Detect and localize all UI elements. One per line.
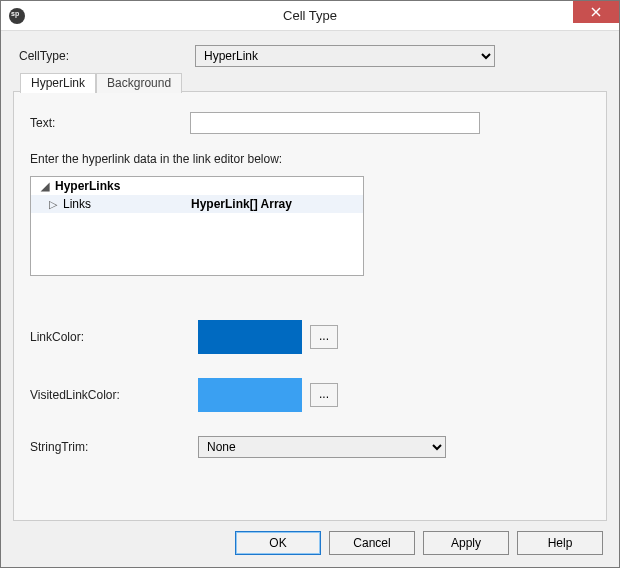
text-row: Text:	[30, 112, 590, 134]
linkcolor-picker-button[interactable]: ...	[310, 325, 338, 349]
tree-child-row[interactable]: ▷ Links HyperLink[] Array	[31, 195, 363, 213]
tree-child-value: HyperLink[] Array	[191, 197, 292, 211]
tabstrip: HyperLink Background	[20, 73, 182, 93]
visitedlinkcolor-label: VisitedLinkColor:	[30, 388, 198, 402]
tree-group-row[interactable]: ◢ HyperLinks	[31, 177, 363, 195]
tree-group-name: HyperLinks	[55, 179, 195, 193]
text-label: Text:	[30, 116, 190, 130]
app-icon	[9, 8, 25, 24]
ok-button[interactable]: OK	[235, 531, 321, 555]
titlebar: Cell Type	[1, 1, 619, 31]
linkcolor-row: LinkColor: ...	[30, 320, 590, 354]
link-editor-instruction: Enter the hyperlink data in the link edi…	[30, 152, 590, 166]
stringtrim-row: StringTrim: None	[30, 436, 590, 458]
visitedlinkcolor-picker-button[interactable]: ...	[310, 383, 338, 407]
visitedlinkcolor-swatch	[198, 378, 302, 412]
close-icon	[591, 7, 601, 17]
linkcolor-swatch	[198, 320, 302, 354]
stringtrim-label: StringTrim:	[30, 440, 198, 454]
link-editor-tree[interactable]: ◢ HyperLinks ▷ Links HyperLink[] Array	[30, 176, 364, 276]
stringtrim-select[interactable]: None	[198, 436, 446, 458]
text-input[interactable]	[190, 112, 480, 134]
window-title: Cell Type	[1, 8, 619, 23]
close-button[interactable]	[573, 1, 619, 23]
celltype-row: CellType: HyperLink	[19, 45, 601, 67]
apply-button[interactable]: Apply	[423, 531, 509, 555]
help-button[interactable]: Help	[517, 531, 603, 555]
cancel-button[interactable]: Cancel	[329, 531, 415, 555]
hyperlink-tab-content: Text: Enter the hyperlink data in the li…	[30, 92, 590, 458]
content-area: CellType: HyperLink HyperLink Background…	[1, 31, 619, 567]
tree-child-name: Links	[63, 197, 191, 211]
linkcolor-label: LinkColor:	[30, 330, 198, 344]
celltype-label: CellType:	[19, 49, 195, 63]
tab-background[interactable]: Background	[96, 73, 182, 93]
expand-icon[interactable]: ▷	[47, 198, 59, 211]
dialog-window: Cell Type CellType: HyperLink HyperLink …	[0, 0, 620, 568]
celltype-select[interactable]: HyperLink	[195, 45, 495, 67]
visitedlinkcolor-row: VisitedLinkColor: ...	[30, 378, 590, 412]
tab-hyperlink[interactable]: HyperLink	[20, 73, 96, 93]
collapse-icon[interactable]: ◢	[39, 180, 51, 193]
dialog-buttons: OK Cancel Apply Help	[13, 521, 607, 555]
tab-panel: HyperLink Background Text: Enter the hyp…	[13, 91, 607, 521]
